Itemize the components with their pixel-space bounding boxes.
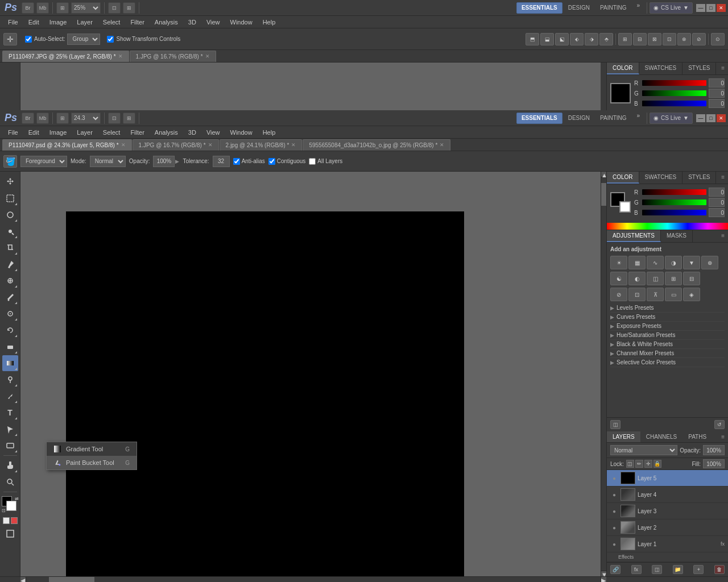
layer-3-item[interactable]: ● Layer 3	[607, 503, 728, 519]
adj-hsl-icon[interactable]: ⊕	[701, 256, 718, 269]
win-max1[interactable]: □	[706, 4, 715, 12]
adj-levels-icon[interactable]: ▦	[628, 256, 646, 269]
canvas-scrollbar-h[interactable]: ◀ ▶	[0, 576, 728, 582]
tab2-file2[interactable]: 1.JPG @ 16.7% (RGB/8) * ✕	[133, 139, 219, 151]
align-vcenter-btn[interactable]: ⬓	[540, 33, 554, 45]
opacity-input2[interactable]	[153, 156, 175, 167]
shape-tool[interactable]	[2, 438, 18, 454]
opacity-stepper2[interactable]: ▶	[175, 159, 179, 164]
align-bottom-btn[interactable]: ⬕	[555, 33, 569, 45]
menu-image1[interactable]: Image	[45, 18, 72, 27]
channels-tab[interactable]: CHANNELS	[640, 431, 682, 442]
painting-btn1[interactable]: PAINTING	[595, 2, 631, 14]
link-layers-btn[interactable]: 🔗	[610, 565, 621, 574]
lock-position-btn[interactable]: ✛	[644, 460, 652, 468]
dist-top-btn[interactable]: ⊞	[618, 33, 632, 45]
win-min1[interactable]: —	[696, 4, 705, 12]
g-val[interactable]	[709, 198, 725, 207]
adj-bw-icon[interactable]: ◐	[628, 272, 646, 285]
swatches-tab[interactable]: SWATCHES	[639, 172, 683, 184]
quick-mask-btn[interactable]	[11, 517, 18, 524]
tab1-close1[interactable]: ✕	[118, 53, 123, 59]
menu-layer2[interactable]: Layer	[72, 128, 97, 137]
adj-selcolor-icon[interactable]: ◈	[683, 288, 700, 301]
move-tool-options[interactable]: ✛	[3, 33, 17, 45]
hand-tool[interactable]	[2, 458, 18, 473]
standard-mode-btn[interactable]	[3, 517, 10, 524]
color-tab-w1[interactable]: COLOR	[607, 63, 639, 74]
layer-2-item[interactable]: ● Layer 2	[607, 519, 728, 536]
eyedropper-tool[interactable]	[2, 256, 18, 272]
zoom-tool[interactable]	[2, 474, 18, 490]
anti-alias-chk[interactable]	[233, 158, 240, 165]
menu-view2[interactable]: View	[202, 128, 225, 137]
scroll-track-v[interactable]	[601, 177, 606, 571]
menu-analysis1[interactable]: Analysis	[150, 18, 183, 27]
lock-image-btn[interactable]: ✏	[635, 460, 643, 468]
opacity-val-layers[interactable]	[703, 445, 725, 455]
add-mask-btn[interactable]: ◫	[652, 565, 662, 574]
bg-color[interactable]	[6, 501, 16, 511]
painting-btn2[interactable]: PAINTING	[595, 113, 631, 124]
menu-view1[interactable]: View	[202, 18, 225, 27]
zoom-select2[interactable]: 24.3	[71, 113, 101, 124]
lock-all-btn[interactable]: 🔒	[653, 460, 661, 468]
fill-val-layers[interactable]	[703, 459, 725, 468]
align-left-btn[interactable]: ⬖	[570, 33, 584, 45]
layers-panel-expand[interactable]: ≡	[718, 431, 728, 442]
contiguous-chk[interactable]	[268, 158, 275, 165]
ctx-paint-bucket-tool[interactable]: Paint Bucket Tool G	[47, 456, 136, 469]
brush-tool[interactable]	[2, 289, 18, 305]
show-transform-checkbox[interactable]	[107, 36, 114, 43]
adj-clip-btn[interactable]: ◫	[610, 420, 621, 429]
more-ws-btn1[interactable]: »	[632, 2, 645, 14]
adj-threshold-icon[interactable]: ⊼	[647, 288, 664, 301]
canvas-main[interactable]: Gradient Tool G Paint Bucket Tool G	[20, 172, 601, 576]
eraser-tool[interactable]	[2, 339, 18, 355]
adj-tab[interactable]: ADJUSTMENTS	[607, 230, 661, 242]
delete-layer-btn[interactable]: 🗑	[714, 565, 725, 574]
layout-btn[interactable]: ⊞	[123, 2, 135, 14]
align-top-btn[interactable]: ⬒	[526, 33, 539, 45]
add-style-btn[interactable]: fx	[631, 565, 642, 574]
arrangement-btn[interactable]: ⊞	[56, 2, 69, 14]
blend-mode-select[interactable]: Normal Multiply Screen	[610, 445, 677, 455]
layer-1-item[interactable]: ● Layer 1 fx	[607, 536, 728, 552]
tab1-file2[interactable]: 1.JPG @ 16.7% (RGB/8) * ✕	[130, 51, 216, 62]
adj-exposure-icon[interactable]: ◑	[665, 256, 682, 269]
color-swatch-box[interactable]	[610, 192, 631, 213]
layer-5-item[interactable]: ● Layer 5	[607, 470, 728, 487]
g-val-w1[interactable]	[709, 89, 725, 98]
menu-filter1[interactable]: Filter	[126, 18, 148, 27]
preset-exposure[interactable]: ▶ Exposure Presets	[610, 322, 725, 331]
healing-brush-tool[interactable]	[2, 273, 18, 289]
arrangement-btn2[interactable]: ⊞	[56, 113, 69, 124]
tab2-close3[interactable]: ✕	[291, 142, 296, 148]
auto-align-btn[interactable]: ⊙	[711, 33, 725, 45]
layer-1-eye[interactable]: ●	[610, 540, 618, 548]
design-btn2[interactable]: DESIGN	[564, 113, 594, 124]
adj-vibrance-icon[interactable]: ▼	[683, 256, 700, 269]
dodge-tool[interactable]	[2, 372, 18, 388]
paint-bucket-icon-btn[interactable]: 🪣	[3, 155, 17, 168]
menu-window1[interactable]: Window	[226, 18, 257, 27]
align-right-btn[interactable]: ⬘	[599, 33, 613, 45]
swatches-tab-w1[interactable]: SWATCHES	[639, 63, 683, 74]
tolerance-input2[interactable]	[213, 156, 230, 167]
menu-analysis2[interactable]: Analysis	[150, 128, 183, 137]
zoom-select1[interactable]: 25%	[71, 2, 101, 14]
tab1-file1[interactable]: P1110497.JPG @ 25% (Layer 2, RGB/8) * ✕	[2, 51, 129, 62]
menu-file1[interactable]: File	[3, 18, 23, 27]
bridge-btn[interactable]: Br	[22, 2, 34, 14]
align-hcenter-btn[interactable]: ⬗	[585, 33, 598, 45]
dist-bottom-btn[interactable]: ⊠	[648, 33, 661, 45]
preset-levels[interactable]: ▶ Levels Presets	[610, 304, 725, 313]
clone-stamp-tool[interactable]	[2, 306, 18, 322]
scroll-left-btn[interactable]: ◀	[20, 577, 26, 582]
bridge-btn2[interactable]: Br	[22, 113, 34, 124]
menu-help1[interactable]: Help	[258, 18, 280, 27]
menu-layer1[interactable]: Layer	[72, 18, 97, 27]
color-swatch-w1[interactable]	[610, 83, 631, 103]
color-spectrum[interactable]	[607, 223, 728, 230]
more-ws-btn2[interactable]: »	[632, 113, 645, 124]
